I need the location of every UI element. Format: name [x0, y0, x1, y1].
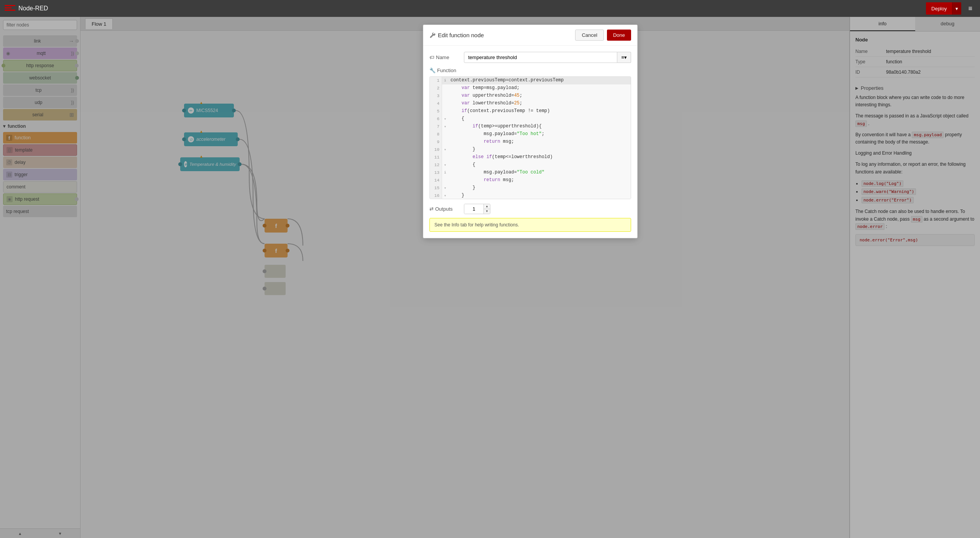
code-line-10: 10 ▾ }	[430, 146, 631, 153]
wrench-icon	[429, 32, 436, 38]
name-input-options-button[interactable]: ≡▾	[617, 52, 631, 63]
code-line-2: 2 var temp=msg.payload;	[430, 84, 631, 92]
deploy-dropdown-button[interactable]: ▾	[952, 2, 961, 15]
deploy-button-group[interactable]: Deploy ▾	[926, 2, 961, 15]
code-line-13: 13 i msg.payload="Too cold"	[430, 169, 631, 177]
modal-content-area: Edit function node Cancel Done 🏷 Name	[81, 17, 980, 538]
outputs-row: ⇄ Outputs ▲ ▼	[429, 204, 631, 214]
dropdown-icon: ≡▾	[621, 54, 627, 60]
spinner-arrows: ▲ ▼	[483, 204, 490, 214]
name-input-group: ≡▾	[464, 52, 631, 63]
app-header: Node-RED Deploy ▾ ≡	[0, 0, 980, 17]
app-title: Node-RED	[18, 5, 48, 12]
done-button[interactable]: Done	[607, 30, 631, 41]
code-line-15: 15 ▾ }	[430, 184, 631, 192]
spin-down-button[interactable]: ▼	[484, 209, 490, 214]
info-hint-box: See the Info tab for help writing functi…	[429, 218, 631, 232]
modal-header: Edit function node Cancel Done	[423, 25, 637, 46]
code-line-4: 4 var lowerthreshold=25;	[430, 100, 631, 107]
outputs-icon: ⇄	[429, 206, 434, 212]
function-label-row: 🔧 Function	[429, 68, 631, 73]
code-line-7: 7 ▾ if(temp>=upperthreshold){	[430, 123, 631, 130]
function-icon: 🔧	[429, 68, 436, 73]
code-line-3: 3 var upperthreshold=45;	[430, 92, 631, 100]
modal-actions: Cancel Done	[575, 30, 631, 41]
main-layout: link → ◉ mqtt )) http response websocket	[0, 17, 980, 538]
code-line-8: 8 msg.payload="Too hot";	[430, 130, 631, 138]
code-line-9: 9 return msg;	[430, 138, 631, 146]
code-line-12: 12 ▾ {	[430, 161, 631, 169]
name-label: 🏷 Name	[429, 54, 460, 60]
modal-title: Edit function node	[429, 32, 484, 38]
edit-function-dialog: Edit function node Cancel Done 🏷 Name	[423, 25, 638, 238]
code-line-6: 6 ▾ {	[430, 115, 631, 123]
outputs-spinner[interactable]: ▲ ▼	[464, 204, 490, 214]
modal-body: 🏷 Name ≡▾ 🔧 Function	[423, 46, 637, 238]
code-line-16: 16 ▾ }	[430, 192, 631, 199]
cancel-button[interactable]: Cancel	[575, 30, 603, 41]
logo-icon	[5, 5, 15, 12]
outputs-input[interactable]	[464, 204, 483, 214]
tag-icon: 🏷	[429, 54, 434, 60]
code-line-11: 11 else if(temp<=lowerthreshold)	[430, 153, 631, 161]
menu-button[interactable]: ≡	[965, 5, 975, 13]
outputs-label: ⇄ Outputs	[429, 206, 460, 212]
deploy-button[interactable]: Deploy	[926, 2, 952, 15]
code-line-1: 1 i context.previousTemp=context.previou…	[430, 77, 631, 84]
name-input[interactable]	[464, 52, 617, 63]
code-line-5: 5 if(context.previousTemp != temp)	[430, 107, 631, 115]
app-logo: Node-RED	[5, 5, 48, 12]
code-line-14: 14 return msg;	[430, 177, 631, 184]
name-row: 🏷 Name ≡▾	[429, 52, 631, 63]
modal-overlay: Edit function node Cancel Done 🏷 Name	[0, 17, 980, 538]
spin-up-button[interactable]: ▲	[484, 204, 490, 209]
code-editor[interactable]: 1 i context.previousTemp=context.previou…	[429, 76, 631, 199]
